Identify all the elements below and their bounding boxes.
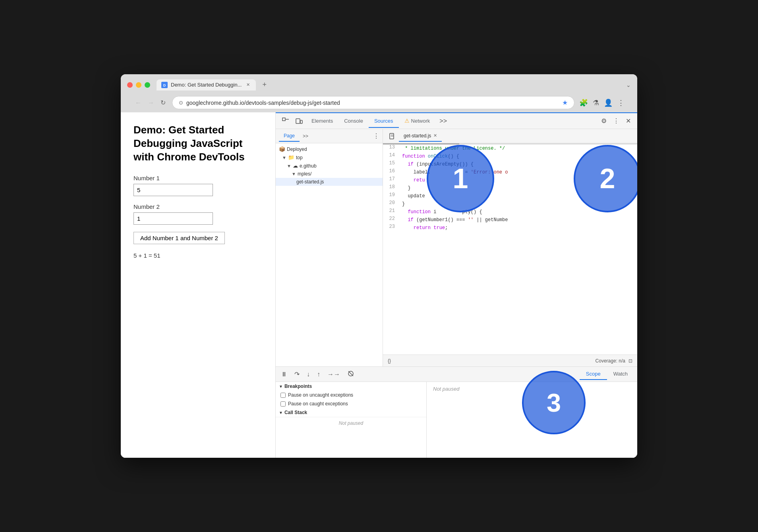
step-into-icon[interactable]: ↓ (305, 370, 312, 379)
line-num-19: 19 (383, 192, 399, 200)
tab-chevron-icon[interactable]: ⌄ (626, 82, 631, 88)
more-sources-button[interactable]: >> (300, 132, 311, 141)
line-code-16: label. = 'Error: one o (399, 168, 637, 176)
breakpoints-toggle-icon: ▼ (279, 384, 283, 389)
menu-icon[interactable]: ⋮ (617, 98, 625, 107)
tab-close-button[interactable]: ✕ (245, 82, 251, 88)
page-tab[interactable]: Page (279, 131, 300, 142)
devtools-panel: Elements Console Sources ⚠ Network >> ⚙ … (276, 112, 637, 458)
editor-tab-close[interactable]: ✕ (433, 133, 437, 138)
number1-label: Number 1 (133, 175, 263, 181)
tab-network[interactable]: ⚠ Network (399, 114, 436, 128)
lab-icon[interactable]: ⚗ (593, 98, 599, 107)
number2-input[interactable] (133, 212, 213, 225)
sources-tabs: Page >> ⋮ (276, 129, 383, 143)
back-button[interactable]: ← (133, 98, 143, 108)
sources-menu-icon[interactable]: ⋮ (373, 132, 379, 140)
editor-filename: get-started.js (404, 133, 431, 139)
coverage-icon[interactable]: ⊡ (628, 358, 632, 364)
tab-sources[interactable]: Sources (369, 115, 399, 128)
tree-item-top[interactable]: ▼ 📁 top (276, 153, 383, 162)
new-tab-button[interactable]: + (259, 79, 270, 91)
svg-rect-2 (282, 118, 285, 121)
watch-tab[interactable]: Watch (607, 368, 634, 380)
scope-panel: Not paused (427, 382, 637, 458)
tree-item-getstarted[interactable]: get-started.js (276, 178, 383, 186)
page-title: Demo: Get Started Debugging JavaScript w… (133, 123, 263, 164)
tree-item-cloud[interactable]: ▼ ☁ e.github (276, 162, 383, 170)
top-icon: 📁 (288, 154, 294, 160)
code-table: 13 * limitations under the License. */ 1… (383, 145, 637, 232)
url-bar[interactable]: ⊙ googlechrome.github.io/devtools-sample… (172, 96, 574, 109)
tab-console[interactable]: Console (338, 115, 369, 128)
editor-file-tab[interactable]: get-started.js ✕ (399, 131, 442, 142)
step-out-icon[interactable]: ↑ (315, 370, 322, 379)
address-bar: ← → ↻ ⊙ googlechrome.github.io/devtools-… (127, 94, 631, 112)
bottom-main: ▼ Breakpoints Pause on uncaught exceptio… (276, 382, 637, 458)
bottom-tabs: Scope Watch (580, 368, 634, 380)
more-options-button[interactable]: ⋮ (610, 115, 623, 127)
step-icon[interactable]: →→ (325, 370, 342, 379)
line-code-17: retu (399, 176, 637, 184)
deactivate-breakpoints-icon[interactable] (345, 369, 356, 380)
bookmark-star-icon[interactable]: ★ (562, 99, 568, 106)
pause-uncaught-checkbox[interactable] (280, 393, 286, 398)
browser-content: Demo: Get Started Debugging JavaScript w… (121, 112, 637, 458)
pause-uncaught-item: Pause on uncaught exceptions (276, 391, 426, 399)
warning-icon: ⚠ (404, 118, 410, 124)
browser-tab[interactable]: D Demo: Get Started Debuggin... ✕ (157, 79, 256, 91)
line-num-17: 17 (383, 176, 399, 184)
svg-rect-5 (300, 120, 302, 123)
devtools-toolbar: Elements Console Sources ⚠ Network >> ⚙ … (276, 113, 637, 129)
scope-tab[interactable]: Scope (580, 368, 607, 380)
deployed-icon: 📦 (279, 146, 285, 152)
code-line-14: 14 function onClick() { (383, 152, 637, 160)
line-num-18: 18 (383, 184, 399, 192)
svg-text:D: D (163, 83, 166, 87)
sources-file-icon[interactable] (386, 131, 399, 142)
minimize-traffic-light[interactable] (136, 82, 141, 88)
maximize-traffic-light[interactable] (145, 82, 150, 88)
not-paused-label: Not paused (433, 386, 460, 392)
reload-button[interactable]: ↻ (159, 97, 167, 108)
extensions-icon[interactable]: 🧩 (579, 98, 588, 107)
file-label: get-started.js (296, 179, 324, 185)
breakpoints-panel: ▼ Breakpoints Pause on uncaught exceptio… (276, 382, 427, 458)
format-button[interactable]: {} (388, 358, 391, 364)
pause-caught-checkbox[interactable] (280, 401, 286, 407)
tree-item-deployed[interactable]: 📦 Deployed (276, 145, 383, 153)
title-bar: D Demo: Get Started Debuggin... ✕ + ⌄ (127, 79, 631, 91)
settings-button[interactable]: ⚙ (598, 115, 610, 127)
line-code-13: * limitations under the License. */ (399, 145, 637, 152)
breakpoints-section-header[interactable]: ▼ Breakpoints (276, 382, 426, 391)
add-button[interactable]: Add Number 1 and Number 2 (133, 232, 225, 244)
device-mode-icon[interactable] (292, 115, 306, 127)
tab-elements[interactable]: Elements (306, 115, 338, 128)
step-over-icon[interactable]: ↷ (292, 369, 302, 379)
close-traffic-light[interactable] (127, 82, 133, 88)
inspect-icon[interactable] (279, 115, 292, 127)
browser-chrome: D Demo: Get Started Debuggin... ✕ + ⌄ ← … (121, 74, 637, 112)
line-num-20: 20 (383, 200, 399, 208)
call-stack-section-header[interactable]: ▼ Call Stack (276, 408, 426, 417)
close-devtools-button[interactable]: ✕ (623, 115, 634, 127)
top-label: top (296, 155, 303, 160)
code-line-23: 23 return true; (383, 224, 637, 232)
breakpoints-label: Breakpoints (284, 384, 312, 389)
pause-caught-item: Pause on caught exceptions (276, 399, 426, 408)
code-area[interactable]: 13 * limitations under the License. */ 1… (383, 143, 637, 355)
line-num-13: 13 (383, 145, 399, 152)
tree-item-folder[interactable]: ▼ mples/ (276, 170, 383, 178)
profile-icon[interactable]: 👤 (604, 98, 613, 107)
line-code-14: function onClick() { (399, 152, 637, 160)
forward-button[interactable]: → (146, 98, 156, 108)
code-line-22: 22 if (getNumber1() === '' || getNumbe (383, 216, 637, 224)
browser-actions: 🧩 ⚗ 👤 ⋮ (579, 98, 625, 107)
pause-icon[interactable]: ⏸ (279, 370, 289, 379)
cloud-icon: ☁ (293, 163, 298, 169)
code-editor: get-started.js ✕ 13 * limitations under … (383, 129, 637, 366)
number1-input[interactable] (133, 184, 213, 196)
debugger-bottom-panel: ⏸ ↷ ↓ ↑ →→ Scope Watc (276, 366, 637, 458)
more-tabs-button[interactable]: >> (435, 115, 451, 127)
tree-toggle-cloud: ▼ (287, 164, 291, 168)
